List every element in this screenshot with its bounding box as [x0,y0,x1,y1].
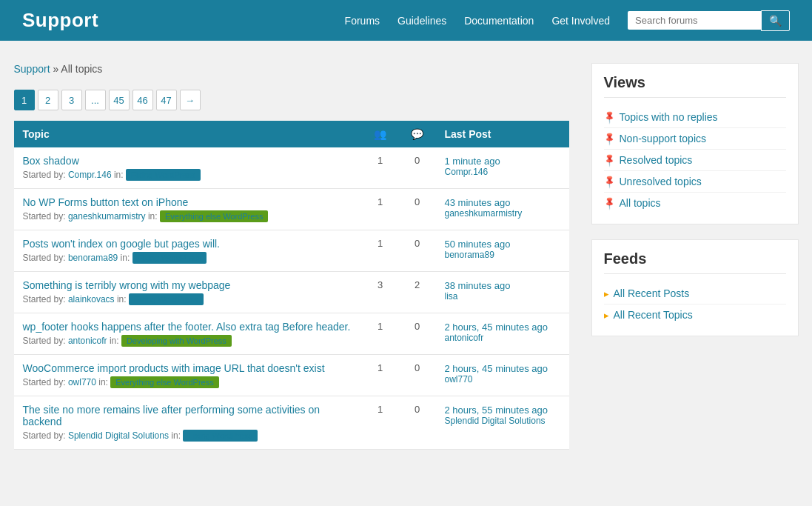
topic-meta: Started by: benorama89 in: Fixing WordPr… [23,252,353,264]
topic-title: The site no more remains live after perf… [23,404,353,427]
last-post-link[interactable]: 2 hours, 55 minutes ago [445,405,548,416]
topic-link[interactable]: The site no more remains live after perf… [23,404,321,427]
last-post-time: 43 minutes ago [445,196,560,208]
nav-forums[interactable]: Forums [345,15,380,27]
topic-author[interactable]: alainkovacs [68,294,115,304]
feed-recent-topics[interactable]: All Recent Topics [614,309,693,321]
last-post-time: 38 minutes ago [445,279,560,291]
page-next[interactable]: → [180,90,201,110]
topic-link[interactable]: Posts won't index on google but pages wi… [23,238,221,250]
topic-forum-tag[interactable]: Fixing WordPress [183,430,258,442]
voices-count: 1 [362,396,399,450]
topic-forum-tag[interactable]: Fixing WordPress [132,252,207,264]
topic-title: Posts won't index on google but pages wi… [23,238,353,250]
list-item: ▸ All Recent Topics [604,304,786,325]
last-post-user-link[interactable]: owl770 [445,374,473,385]
list-item: 📌 Non-support topics [604,128,786,150]
search-button[interactable]: 🔍 [761,10,790,31]
topic-link[interactable]: wp_footer hooks happens after the footer… [23,321,351,333]
last-post-user-link[interactable]: lisa [445,291,458,302]
last-post-link[interactable]: 43 minutes ago [445,197,511,208]
topic-link[interactable]: Something is terribly wrong with my webp… [23,279,231,291]
posts-count: 0 [399,230,436,272]
col-header-voices: 👥 [362,121,399,147]
topic-forum-tag[interactable]: Everything else WordPress [110,376,218,388]
topic-forum-tag[interactable]: Fixing WordPress [126,169,201,181]
topic-author[interactable]: Compr.146 [68,170,112,180]
search-input[interactable] [628,11,761,30]
table-row: Something is terribly wrong with my webp… [14,272,569,313]
page-45[interactable]: 45 [109,90,130,110]
last-post-user-link[interactable]: benorama89 [445,250,494,260]
last-post-user: owl770 [445,374,560,385]
list-item: 📌 Unresolved topics [604,171,786,193]
view-all-topics[interactable]: All topics [620,197,661,209]
topic-meta: Started by: Splendid Digital Solutions i… [23,430,353,442]
last-post-link[interactable]: 50 minutes ago [445,239,511,250]
last-post-user-link[interactable]: Splendid Digital Solutions [445,416,546,426]
topic-link[interactable]: No WP Forms button text on iPhone [23,196,189,208]
last-post-user-link[interactable]: antonicofr [445,333,484,343]
page-ellipsis: ... [85,90,106,110]
last-post-user: lisa [445,291,560,302]
breadcrumb-parent[interactable]: Support [14,63,50,75]
col-header-posts: 💬 [399,121,436,147]
views-title: Views [604,74,786,98]
topic-title: Box shadow [23,155,353,167]
topic-title: WooCommerce import products with image U… [23,362,353,374]
last-post-user: ganeshkumarmistry [445,208,560,219]
table-row: Box shadow Started by: Compr.146 in: Fix… [14,147,569,189]
nav-guidelines[interactable]: Guidelines [397,15,446,27]
voices-count: 1 [362,313,399,355]
pagination: 1 2 3 ... 45 46 47 → [14,90,569,110]
topic-author[interactable]: owl770 [68,377,96,387]
topic-forum-tag[interactable]: Everything else WordPress [160,210,268,222]
page-2[interactable]: 2 [38,90,58,110]
last-post-link[interactable]: 38 minutes ago [445,280,511,291]
view-non-support[interactable]: Non-support topics [620,133,707,144]
posts-count: 0 [399,189,436,230]
topic-author[interactable]: benorama89 [68,253,118,263]
last-post-user: antonicofr [445,333,560,343]
pin-icon-4: 📌 [602,174,617,190]
topic-author[interactable]: ganeshkumarmistry [68,211,146,222]
topic-author[interactable]: antonicofr [68,336,107,346]
voices-count: 1 [362,230,399,272]
last-post-link[interactable]: 2 hours, 45 minutes ago [445,322,548,333]
last-post-time: 2 hours, 55 minutes ago [445,404,560,416]
topic-meta: Started by: ganeshkumarmistry in: Everyt… [23,210,353,222]
last-post-time: 1 minute ago [445,155,560,167]
topic-forum-tag[interactable]: Developing with WordPress [121,335,232,347]
view-no-replies[interactable]: Topics with no replies [620,111,718,123]
page-46[interactable]: 46 [132,90,153,110]
topic-title: wp_footer hooks happens after the footer… [23,321,353,333]
topic-forum-tag[interactable]: Fixing WordPress [129,293,204,305]
list-item: ▸ All Recent Posts [604,283,786,304]
nav-get-involved[interactable]: Get Involved [551,15,610,27]
last-post-link[interactable]: 2 hours, 45 minutes ago [445,363,548,374]
pin-icon-5: 📌 [602,196,617,211]
col-header-topic: Topic [14,121,362,147]
view-resolved[interactable]: Resolved topics [620,154,693,166]
table-row: The site no more remains live after perf… [14,396,569,450]
views-section: Views 📌 Topics with no replies 📌 Non-sup… [591,63,799,224]
last-post-user-link[interactable]: ganeshkumarmistry [445,208,523,219]
topic-author[interactable]: Splendid Digital Solutions [68,430,169,441]
page-47[interactable]: 47 [156,90,177,110]
pin-icon-3: 📌 [602,153,617,168]
topic-link[interactable]: WooCommerce import products with image U… [23,362,325,374]
last-post-link[interactable]: 1 minute ago [445,156,500,167]
topic-meta: Started by: Compr.146 in: Fixing WordPre… [23,169,353,181]
last-post-user-link[interactable]: Compr.146 [445,167,489,177]
table-row: wp_footer hooks happens after the footer… [14,313,569,355]
voices-count: 1 [362,147,399,189]
last-post-time: 2 hours, 45 minutes ago [445,362,560,374]
page-3[interactable]: 3 [61,90,82,110]
page-1[interactable]: 1 [14,90,35,110]
feed-recent-posts[interactable]: All Recent Posts [614,287,690,299]
topic-link[interactable]: Box shadow [23,155,79,167]
view-unresolved[interactable]: Unresolved topics [620,176,702,187]
voices-count: 3 [362,272,399,313]
topics-table: Topic 👥 💬 Last Post Box shadow Started b… [14,121,569,450]
nav-documentation[interactable]: Documentation [464,15,534,27]
